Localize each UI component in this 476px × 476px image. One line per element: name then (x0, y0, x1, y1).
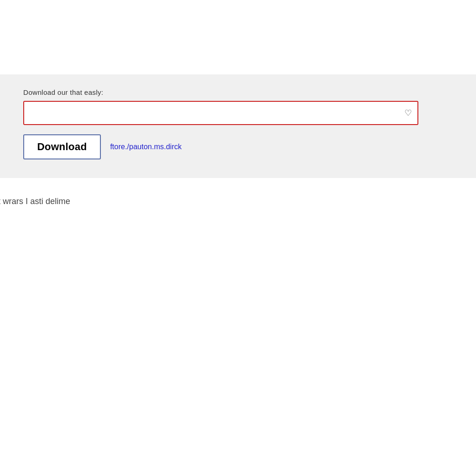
download-button[interactable]: Download (23, 134, 101, 159)
bottom-white-area: t wrars I asti delime (0, 178, 476, 206)
bottom-paragraph: t wrars I asti delime (0, 197, 476, 206)
actions-row: Download ftore./pauton.ms.dirck (23, 134, 453, 159)
dropdown-label: Download our that easly: (23, 88, 453, 96)
gray-section: Download our that easly: ♡ Download ftor… (0, 74, 476, 178)
file-select[interactable] (23, 101, 418, 125)
top-white-area (0, 0, 476, 74)
select-wrapper: ♡ (23, 101, 418, 125)
download-link[interactable]: ftore./pauton.ms.dirck (110, 143, 182, 151)
